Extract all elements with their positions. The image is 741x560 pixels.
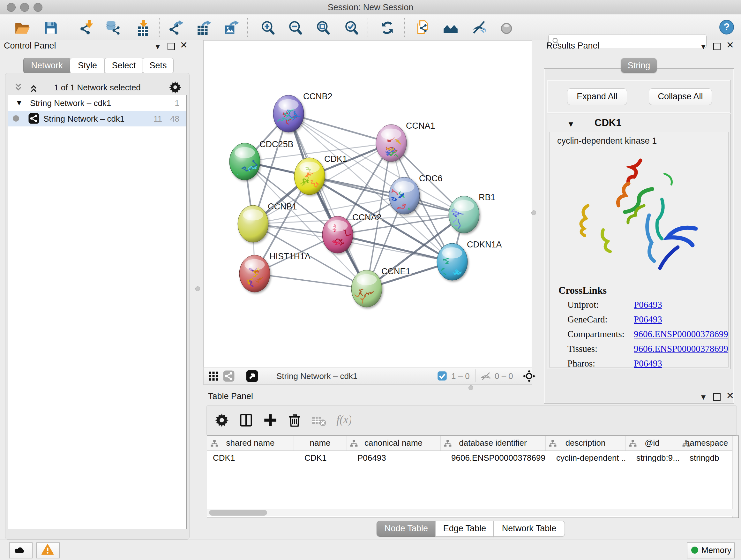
gear-icon[interactable]: [169, 81, 182, 94]
table-cell[interactable]: stringdb:9...: [625, 450, 679, 465]
crosslink-label: GeneCard:: [567, 314, 608, 324]
tab-string[interactable]: String: [621, 58, 657, 73]
share-view-icon[interactable]: [223, 370, 235, 382]
gene-name: CDK1: [595, 117, 621, 129]
crosslink-row: Uniprot:P06493: [567, 300, 721, 314]
graph-node-HIST1H1A: [239, 255, 270, 292]
network-collection-row[interactable]: ▼ String Network – cdk1 1: [8, 95, 186, 111]
birdseye-view-icon[interactable]: [246, 370, 259, 382]
network-view-title: String Network – cdk1: [276, 371, 357, 381]
graph-node-CCNB2: [273, 95, 304, 132]
panel-float-icon[interactable]: [713, 393, 721, 401]
warning-button[interactable]: [37, 543, 60, 558]
memory-label: Memory: [701, 545, 731, 555]
column-header-name[interactable]: name: [293, 436, 347, 450]
toolbar-separator: [367, 18, 368, 37]
show-items-icon[interactable]: [498, 20, 515, 36]
import-database-icon[interactable]: [105, 20, 121, 36]
table-vertical-scrollbar[interactable]: [732, 436, 738, 517]
grid-view-icon[interactable]: [208, 371, 219, 381]
protein-structure-image: [569, 154, 709, 279]
panel-float-icon[interactable]: [713, 43, 721, 50]
export-image-icon[interactable]: [223, 20, 239, 36]
table-cell[interactable]: P06493: [347, 450, 441, 465]
right-splitter-handle[interactable]: [531, 210, 536, 215]
crosslink-link[interactable]: 9606.ENSP00000378699: [634, 329, 728, 339]
import-network-icon[interactable]: [79, 20, 95, 36]
column-header-database-identifier[interactable]: database identifier: [441, 436, 546, 450]
panel-collapse-icon[interactable]: ▼: [154, 42, 161, 51]
panel-collapse-icon[interactable]: ▼: [699, 393, 707, 401]
column-header-shared-name[interactable]: shared name: [207, 436, 294, 450]
zoom-out-icon[interactable]: [288, 20, 304, 36]
zoom-fit-icon[interactable]: [316, 20, 332, 36]
cloud-button[interactable]: [9, 543, 32, 558]
tab-select[interactable]: Select: [105, 58, 143, 73]
save-icon[interactable]: [43, 20, 59, 36]
table-cell[interactable]: cyclin-dependent ...: [545, 450, 625, 465]
table-cell[interactable]: stringdb: [679, 450, 734, 465]
crosslink-link[interactable]: 9606.ENSP00000378699: [634, 344, 728, 354]
expand-all-button[interactable]: Expand All: [567, 88, 627, 105]
trash-icon[interactable]: [286, 412, 302, 428]
export-network-icon[interactable]: [168, 20, 184, 36]
import-table-icon[interactable]: [135, 20, 151, 36]
tab-network[interactable]: Network: [23, 58, 71, 73]
node-table[interactable]: shared namenamecanonical namedatabase id…: [207, 435, 739, 518]
crosslink-label: Tissues:: [567, 344, 597, 354]
control-panel: Control Panel ▼ ✕ NetworkStyleSelectSets…: [3, 41, 192, 539]
panel-collapse-icon[interactable]: ▼: [699, 42, 707, 51]
tab-network-table[interactable]: Network Table: [493, 521, 565, 537]
crosshair-icon[interactable]: [523, 370, 536, 382]
warning-icon: [41, 543, 54, 556]
table-horizontal-scrollbar[interactable]: [207, 509, 738, 516]
collapse-all-button[interactable]: Collapse All: [649, 88, 712, 105]
column-header-namespace[interactable]: namespace: [679, 436, 735, 450]
left-splitter-handle[interactable]: [195, 287, 200, 291]
export-table-icon[interactable]: [196, 20, 212, 36]
network-type-icon: [28, 113, 40, 124]
graph-node-CCNA1: [376, 125, 407, 163]
column-header-@id[interactable]: @id: [625, 436, 679, 450]
zoom-in-icon[interactable]: [260, 20, 276, 36]
panel-float-icon[interactable]: [167, 43, 175, 50]
network-row-selected[interactable]: String Network – cdk1 11 48: [8, 111, 186, 126]
column-header-canonical-name[interactable]: canonical name: [347, 436, 441, 450]
gear-icon[interactable]: [214, 412, 230, 428]
panel-close-icon[interactable]: ✕: [726, 393, 734, 399]
section-caret-icon[interactable]: ▼: [567, 120, 575, 129]
neighbors-icon[interactable]: [443, 20, 459, 36]
crosslink-link[interactable]: P06493: [634, 358, 662, 369]
crosslink-link[interactable]: P06493: [634, 314, 662, 325]
tab-node-table[interactable]: Node Table: [377, 521, 436, 537]
network-canvas[interactable]: CCNB2CCNA1CDC25BCDK1CDC6RB1CCNB1CCNA2CDK…: [203, 40, 532, 368]
help-icon[interactable]: ?: [719, 19, 735, 35]
tab-edge-table[interactable]: Edge Table: [435, 521, 494, 537]
tab-sets[interactable]: Sets: [143, 58, 174, 73]
columns-icon[interactable]: [238, 412, 254, 428]
tree-caret-icon[interactable]: ▼: [15, 98, 23, 107]
results-panel: Results Panel ▼ ✕ String Expand All Coll…: [539, 41, 741, 392]
table-cell[interactable]: CDK1: [293, 450, 347, 465]
column-header-description[interactable]: description: [545, 436, 626, 450]
panel-close-icon[interactable]: ✕: [180, 42, 188, 48]
open-file-icon[interactable]: [14, 20, 30, 36]
refresh-layout-icon[interactable]: [380, 20, 395, 36]
horizontal-splitter-handle[interactable]: [468, 385, 473, 390]
hide-items-icon[interactable]: [471, 20, 487, 36]
memory-button[interactable]: Memory: [687, 543, 735, 558]
node-label: CCNA1: [406, 121, 435, 131]
table-cell[interactable]: 9606.ENSP00000378699: [441, 450, 545, 465]
selected-checkbox-icon[interactable]: [437, 371, 447, 381]
toolbar-separator: [159, 18, 159, 37]
crosslink-label: Pharos:: [567, 358, 595, 368]
crosslink-link[interactable]: P06493: [634, 300, 662, 310]
graph-node-CCNE1: [351, 270, 382, 307]
clone-network-icon[interactable]: [414, 20, 430, 36]
add-icon[interactable]: [262, 412, 278, 428]
scrollbar-thumb[interactable]: [209, 510, 267, 516]
table-cell[interactable]: CDK1: [207, 450, 293, 465]
panel-close-icon[interactable]: ✕: [726, 42, 734, 48]
tab-style[interactable]: Style: [70, 58, 105, 73]
zoom-selected-icon[interactable]: [344, 20, 360, 36]
